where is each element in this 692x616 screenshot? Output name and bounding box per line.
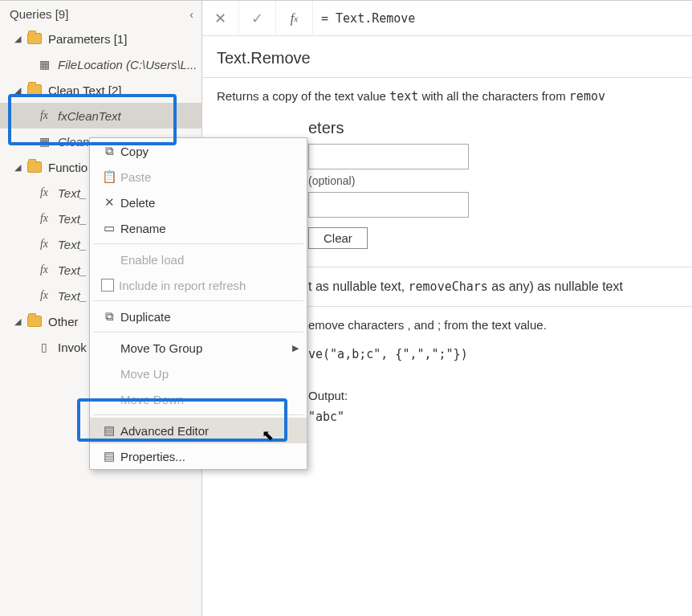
menu-enable-load: Enable load (90, 247, 307, 272)
menu-include-refresh: Include in report refresh (90, 272, 307, 298)
param-input-removechars[interactable] (308, 192, 469, 218)
folder-icon (27, 33, 42, 44)
group-parameters[interactable]: ◢ Parameters [1] (0, 26, 201, 51)
delete-icon: ✕ (98, 195, 120, 210)
fx-icon: fx (37, 289, 51, 302)
item-label: Invok (58, 341, 87, 354)
doc-title: Text.Remove (217, 49, 678, 67)
menu-separator (93, 414, 303, 415)
example-usage: ve("a,b;c", {",",";"}) (308, 347, 468, 361)
menu-move-up: Move Up (90, 361, 307, 386)
menu-separator (93, 300, 303, 301)
menu-move-down: Move Down (90, 386, 307, 412)
caret-down-icon: ◢ (14, 85, 24, 96)
optional-label: (optional) (308, 174, 355, 187)
item-fxcleantext[interactable]: fx fxCleanText (0, 103, 201, 129)
queries-header[interactable]: Queries [9] ‹ (0, 1, 201, 26)
item-label: Clean (58, 135, 89, 149)
queries-title: Queries [9] (10, 7, 189, 21)
param-input-text[interactable] (308, 144, 469, 169)
context-menu: ⧉Copy 📋Paste ✕Delete ▭Rename Enable load… (89, 137, 307, 470)
signature-fragment: t as nullable text, removeChars as any) … (308, 277, 678, 296)
fx-icon: fx (37, 263, 51, 276)
formula-bar: ✕ ✓ fx (202, 1, 692, 36)
advanced-editor-icon: ▤ (98, 423, 120, 438)
copy-icon: ⧉ (98, 144, 120, 158)
menu-properties[interactable]: ▤Properties... (90, 443, 307, 469)
param-row-3 (308, 192, 678, 218)
cancel-formula-button[interactable]: ✕ (202, 1, 239, 36)
menu-separator (93, 332, 303, 332)
fx-icon: fx (37, 109, 51, 122)
fx-icon: fx (37, 238, 51, 251)
group-label: Other (48, 315, 79, 328)
params-heading-fragment: eters (308, 119, 678, 137)
param-row-1 (308, 144, 678, 169)
fx-icon: fx (37, 212, 51, 225)
param-row-2: (optional) (308, 174, 678, 187)
document-icon: ▯ (37, 341, 51, 353)
clear-button[interactable]: Clear (308, 227, 368, 249)
menu-copy[interactable]: ⧉Copy (90, 138, 307, 164)
item-label: FileLocation (C:\Users\L... (58, 58, 197, 71)
parameter-icon: ▦ (37, 58, 51, 71)
caret-down-icon: ◢ (14, 34, 24, 44)
example-intro-fragment: emove characters , and ; from the text v… (308, 316, 678, 335)
item-label: Text_ (58, 238, 87, 251)
item-label: Text_ (58, 186, 87, 200)
fx-icon: fx (37, 186, 51, 199)
output-label: Output: (308, 386, 678, 406)
table-icon: ▦ (37, 135, 51, 148)
item-label: Text_ (58, 263, 87, 277)
item-label: Text_ (58, 212, 87, 226)
output-value: "abc" (308, 410, 344, 424)
item-label: Text_ (58, 289, 87, 303)
checkbox-icon (101, 279, 114, 292)
duplicate-icon: ⧉ (98, 309, 120, 324)
formula-input[interactable] (313, 1, 692, 35)
menu-advanced-editor[interactable]: ▤Advanced Editor (90, 418, 307, 443)
item-filelocation[interactable]: ▦ FileLocation (C:\Users\L... (0, 51, 201, 77)
menu-separator (93, 243, 303, 244)
example-block: ve("a,b;c", {",",";"}) Output: "abc" (308, 344, 678, 427)
group-clean-text[interactable]: ◢ Clean Text [2] (0, 77, 201, 103)
caret-down-icon: ◢ (14, 162, 24, 173)
item-label: fxCleanText (58, 109, 121, 123)
group-label: Clean Text [2] (48, 84, 121, 97)
menu-rename[interactable]: ▭Rename (90, 215, 307, 241)
menu-move-to-group[interactable]: Move To Group▶ (90, 335, 307, 361)
menu-delete[interactable]: ✕Delete (90, 190, 307, 215)
group-label: Functio (48, 161, 88, 174)
fx-icon[interactable]: fx (276, 1, 313, 36)
group-label: Parameters [1] (48, 32, 127, 46)
properties-icon: ▤ (98, 449, 120, 463)
collapse-pane-icon[interactable]: ‹ (189, 8, 193, 21)
chevron-right-icon: ▶ (292, 343, 299, 353)
menu-paste: 📋Paste (90, 164, 307, 190)
caret-down-icon: ◢ (14, 316, 24, 327)
paste-icon: 📋 (98, 169, 120, 184)
rename-icon: ▭ (98, 221, 120, 235)
accept-formula-button[interactable]: ✓ (239, 1, 276, 36)
menu-duplicate[interactable]: ⧉Duplicate (90, 304, 307, 329)
app-root: Queries [9] ‹ ◢ Parameters [1] ▦ FileLoc… (0, 0, 692, 616)
folder-icon (27, 316, 42, 327)
doc-description: Returns a copy of the text value text wi… (217, 88, 678, 106)
folder-icon (27, 84, 42, 96)
folder-icon (27, 161, 42, 173)
